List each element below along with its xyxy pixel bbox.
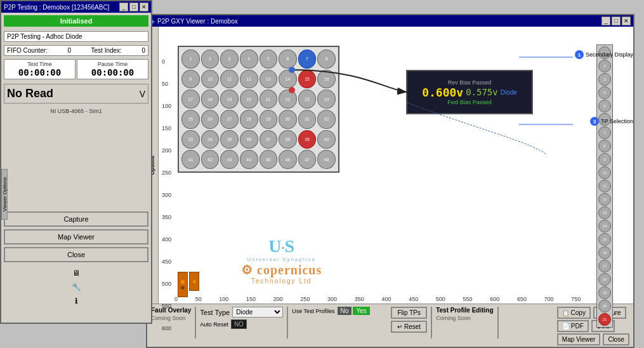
test-profile-editing-label: Test Profile Editing (436, 307, 493, 314)
rtp-14[interactable]: 14 (598, 220, 611, 232)
pause-time-label: Pause Time (79, 61, 147, 67)
close-window-btn[interactable]: ✕ (140, 3, 148, 11)
tp-15[interactable]: 15 (298, 70, 317, 89)
capture-button[interactable]: Capture (4, 211, 148, 227)
rtp-1[interactable]: 1 (598, 46, 611, 59)
tp-39[interactable]: 39 (298, 130, 317, 149)
tp-44[interactable]: 44 (240, 150, 258, 169)
tp-5[interactable]: 5 (260, 50, 278, 69)
rtp-3[interactable]: 3 (598, 73, 611, 86)
tp-40[interactable]: 40 (317, 130, 336, 149)
test-type-select[interactable]: Diode Resistance Capacitance (232, 307, 283, 318)
rtp-15[interactable]: 15 (598, 233, 611, 246)
tp-41[interactable]: 41 (181, 150, 200, 169)
tp-28[interactable]: 28 (240, 110, 258, 129)
tp-18[interactable]: 18 (201, 90, 220, 109)
tp-29[interactable]: 29 (260, 110, 278, 129)
voltage-green: 0.575v (466, 87, 498, 97)
rtp-10[interactable]: 10 (598, 166, 611, 179)
tp-6[interactable]: 6 (279, 50, 297, 69)
tp-47[interactable]: 47 (298, 150, 317, 169)
tp-38[interactable]: 38 (279, 130, 297, 149)
tp-30[interactable]: 30 (279, 110, 297, 129)
rtp-4[interactable]: 4 (598, 86, 611, 99)
p2p-title: P2P Testing : Demobox [123456ABC] (4, 4, 109, 11)
viewer-options-label[interactable]: Viewer Options (2, 177, 8, 211)
minimize-btn[interactable]: _ (119, 3, 128, 11)
copy-button[interactable]: 📋 Copy (557, 307, 591, 319)
tp-16[interactable]: 16 (317, 70, 336, 89)
tp-10[interactable]: 10 (201, 70, 220, 89)
pdf-button[interactable]: 📄 PDF (557, 320, 589, 332)
gxy-title: P2P GXY Viewer : Demobox (157, 18, 238, 25)
orange-bar-2 (189, 272, 199, 291)
tp-31[interactable]: 31 (298, 110, 317, 129)
tp-43[interactable]: 43 (220, 150, 239, 169)
restore-btn[interactable]: □ (129, 3, 138, 11)
rtp-21-red[interactable]: 21 (598, 313, 611, 326)
rtp-11[interactable]: 11 (598, 180, 611, 192)
tp-3[interactable]: 3 (220, 50, 239, 69)
map-viewer-button[interactable]: Map Viewer (4, 229, 148, 244)
gxy-restore-btn[interactable]: □ (612, 17, 621, 25)
tp-8[interactable]: 8 (317, 50, 336, 69)
tp-11[interactable]: 11 (220, 70, 239, 89)
rtp-13[interactable]: 13 (598, 206, 611, 219)
tp-4[interactable]: 4 (240, 50, 258, 69)
rtp-18[interactable]: 18 (598, 273, 611, 286)
tp-22[interactable]: 22 (279, 90, 297, 109)
tp-12[interactable]: 12 (240, 70, 258, 89)
tp-1[interactable]: 1 (181, 50, 200, 69)
reading-unit: V (140, 89, 145, 99)
gxy-close-btn[interactable]: ✕ (622, 17, 631, 25)
close-button[interactable]: Close (4, 247, 148, 262)
rtp-9[interactable]: 9 (598, 153, 611, 166)
rtp-7[interactable]: 7 (598, 126, 611, 139)
flip-tps-button[interactable]: Flip TPs (391, 307, 427, 319)
info-icon[interactable]: ℹ (70, 295, 82, 307)
monitor-icon[interactable]: 🖥 (70, 267, 82, 279)
close-btn-toolbar[interactable]: Close (603, 333, 629, 345)
tp-26[interactable]: 26 (201, 110, 220, 129)
tp-46[interactable]: 46 (279, 150, 297, 169)
map-viewer-btn-toolbar[interactable]: Map Viewer (557, 333, 601, 345)
tp-36[interactable]: 36 (240, 130, 258, 149)
tp-33[interactable]: 33 (181, 130, 200, 149)
tp-17[interactable]: 17 (181, 90, 200, 109)
rtp-16[interactable]: 16 (598, 246, 611, 259)
rtp-17[interactable]: 17 (598, 260, 611, 272)
rtp-19[interactable]: 19 (598, 286, 611, 299)
tp-42[interactable]: 42 (201, 150, 220, 169)
tp-7[interactable]: 7 (298, 50, 317, 69)
tp-2[interactable]: 2 (201, 50, 220, 69)
tp-32[interactable]: 32 (317, 110, 336, 129)
tp-19[interactable]: 19 (220, 90, 239, 109)
tp-48[interactable]: 48 (317, 150, 336, 169)
tp-34[interactable]: 34 (201, 130, 220, 149)
tp-25[interactable]: 25 (181, 110, 200, 129)
rtp-6[interactable]: 6 (598, 113, 611, 126)
tp-35[interactable]: 35 (220, 130, 239, 149)
tp-21[interactable]: 21 (260, 90, 278, 109)
tp-9[interactable]: 9 (181, 70, 200, 89)
rtp-12[interactable]: 12 (598, 193, 611, 206)
tp-45[interactable]: 45 (260, 150, 278, 169)
use-test-profiles-label: Use Test Profiles (292, 308, 334, 314)
x-axis: 0 50 100 150 200 250 300 350 400 450 500… (174, 296, 608, 302)
rtp-8[interactable]: 8 (598, 140, 611, 152)
tp-37[interactable]: 37 (260, 130, 278, 149)
toggle-no-btn[interactable]: No (338, 307, 352, 315)
tp-13[interactable]: 13 (260, 70, 278, 89)
rtp-5[interactable]: 5 (598, 100, 611, 112)
rtp-2[interactable]: 2 (598, 60, 611, 72)
tp-20[interactable]: 20 (240, 90, 258, 109)
tp-27[interactable]: 27 (220, 110, 239, 129)
tp-23[interactable]: 23 (298, 90, 317, 109)
reset-button[interactable]: ↵ Reset (391, 321, 427, 333)
tp-14[interactable]: 14 (279, 70, 297, 89)
rtp-20[interactable]: 20 (598, 300, 611, 312)
gxy-minimize-btn[interactable]: _ (601, 17, 610, 25)
toggle-yes-btn[interactable]: Yes (353, 307, 369, 315)
wrench-icon[interactable]: 🔧 (70, 281, 82, 293)
tp-24[interactable]: 24 (317, 90, 336, 109)
